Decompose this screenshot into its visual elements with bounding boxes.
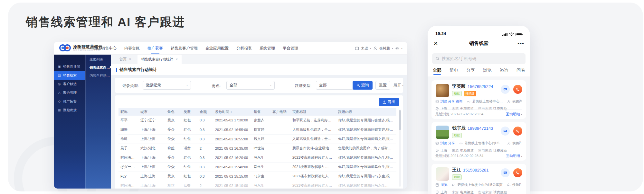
org-name[interactable]: 未进 (361, 46, 368, 51)
table-row: 珊珊上海/上海受众红包0.32021-05-02 16:55:00魏文婷入司高级… (118, 125, 396, 134)
table-cell: 受众 (166, 116, 182, 125)
mobile-tab[interactable]: 分享 (466, 67, 475, 76)
table-cell: 叶世清 (252, 144, 270, 153)
sidebar-item-icon: ▣ (57, 65, 61, 68)
table-cell: 2021-05-02 16:55:00 (213, 125, 252, 134)
lead-name: 王江 (452, 167, 461, 173)
lead-owner: 侯鹏许 (512, 183, 523, 187)
column-header: 销售 (252, 108, 270, 116)
nav-item[interactable]: 系统管理 (260, 46, 275, 51)
search-input[interactable] (442, 56, 522, 61)
filter-label-followup-type: 跟进类型: (295, 83, 311, 89)
call-button[interactable] (513, 127, 522, 136)
sort-icon[interactable]: ▲▼ (230, 111, 232, 113)
lead-phone[interactable]: 15676525224 (468, 84, 493, 89)
nav-item[interactable]: 线上销售中心 (93, 46, 117, 51)
search-box[interactable] (432, 53, 526, 64)
sidebar-item[interactable]: ▦激励发放 (54, 106, 85, 114)
table-scrollbar (399, 110, 401, 187)
submenu-item[interactable]: 销售线索自… (86, 63, 111, 71)
lead-phone[interactable]: 18938472143 (468, 126, 493, 131)
table-cell: 上海/上海 (138, 162, 166, 172)
sidebar-item[interactable]: ▤销售线索 (54, 71, 85, 80)
lead-card[interactable]: 钱宇辰 18938472143 粉丝 浏览 分享 若悦线上售楼中心的H5… 侯鹏… (431, 122, 526, 161)
mobile-tab[interactable]: 问卷 (516, 67, 525, 76)
chevron-down-icon: ▾ (186, 84, 188, 87)
table-cell: 上海/上海 (138, 153, 166, 162)
role-select[interactable]: 全部 ▾ (226, 81, 275, 90)
battery-icon (516, 33, 522, 36)
sidebar-item[interactable]: ▣销售直播间 (54, 62, 85, 71)
table-cell (270, 134, 290, 144)
sidebar-item[interactable]: ◇推广拓客 (54, 97, 85, 106)
submenu-item[interactable]: 内容自行动… (86, 71, 111, 79)
mobile-tab[interactable]: 咨询 (500, 67, 508, 76)
lead-card[interactable]: 王江 15158825281 粉丝 浏览 若悦线上售楼中心的H5分享页 侯鹏许 … (431, 164, 526, 194)
submenu-item[interactable]: 线索列表 (86, 55, 111, 63)
broadcast-icon (459, 142, 463, 145)
nav-item[interactable]: 平台管理 (283, 46, 298, 51)
mobile-tab[interactable]: 浏览 (483, 67, 492, 76)
nav-item[interactable]: 内容台账 (124, 46, 140, 51)
mobile-tab[interactable]: 留电 (450, 67, 458, 76)
tab-close-icon[interactable]: × (129, 57, 131, 61)
table-cell: 0.3 (198, 134, 213, 144)
sidebar-item-icon: ◇ (57, 100, 61, 103)
table-cell: 辽宁/辽宁 (138, 116, 166, 125)
recent-label: 最近浏览 (435, 154, 450, 158)
lead-behaviors: 浏览 分享 咨询 (440, 99, 463, 104)
column-header: 城市 (138, 108, 166, 116)
call-button[interactable] (513, 168, 522, 177)
table-cell: 2021-05-02 16:35:00 (213, 144, 252, 153)
table-body: 平平辽宁/辽宁受众红包0.32021-05-02 17:30:00张慧齐和平双艺… (118, 116, 396, 189)
wifi-icon (509, 32, 514, 36)
scrollbar-thumb[interactable] (399, 110, 401, 130)
chat-button[interactable] (501, 168, 510, 177)
nav-item[interactable]: 分析报表 (236, 46, 252, 51)
close-icon[interactable]: ✕ (433, 41, 438, 46)
table-cell: 红包 (182, 134, 198, 144)
column-header: 昵称 (118, 108, 138, 116)
reset-button[interactable]: 重置 (375, 81, 390, 90)
interaction-detail-link[interactable]: 互动明细 ▾ (506, 154, 522, 158)
gear-icon[interactable] (395, 46, 399, 50)
sidebar-item[interactable]: ◎客户触达 (54, 80, 85, 88)
chat-button[interactable] (501, 85, 510, 94)
table-cell: 2021-05-02 15:40:00 (213, 162, 252, 172)
leads-table: 昵称城市角色类型金额发放时间▲▼销售客户电话页面标题跟进内容 平平辽宁/辽宁受众… (118, 108, 396, 189)
nav-item[interactable]: 企业应用配置 (205, 46, 229, 51)
nav-item[interactable]: 推广获客 (147, 46, 163, 51)
filter-label-role: 角色: (212, 83, 221, 89)
table-cell (270, 116, 290, 125)
chat-button[interactable] (501, 127, 510, 136)
more-icon[interactable]: ••• (517, 40, 524, 47)
tab-close-icon[interactable]: × (176, 57, 178, 61)
query-button[interactable]: 查询 (353, 81, 373, 90)
table-cell: 武汉/湖北 (138, 144, 166, 153)
filter-label-record-type: 记录类型: (122, 83, 139, 89)
filter-panel: 记录类型: 激励记录 ▾ 角色: 全部 ▾ 跟进类型: 全部 ▾ 查询 (115, 78, 403, 93)
page-tab[interactable]: 首页× (116, 55, 135, 64)
lead-card[interactable]: 李英顺 15676525224 粉丝待跟进 浏览 分享 咨询 若悦线上售楼中心…… (431, 80, 526, 119)
sidebar-item[interactable]: △聚合管理 (54, 88, 85, 97)
expand-button[interactable]: 展开 ▾ (393, 81, 403, 90)
lead-phone[interactable]: 15158825281 (463, 168, 489, 172)
table-cell: 受众 (166, 125, 182, 134)
export-icon (383, 100, 386, 104)
call-button[interactable] (513, 85, 522, 94)
record-type-select[interactable]: 激励记录 ▾ (143, 81, 191, 90)
recent-time: 2021-05-02 02:23:34 (450, 154, 483, 158)
export-button[interactable]: 导出 (379, 98, 399, 106)
nav-item[interactable]: 销售及客户管理 (171, 46, 198, 51)
interaction-detail-link[interactable]: 互动明细 ▾ (506, 112, 522, 117)
table-cell: 粉丝 (166, 181, 182, 189)
table-row: げダー船长上海/上海受众红包0.32021-05-02 15:40:00马永生2… (118, 162, 396, 172)
table-cell: 粉丝 (166, 144, 182, 153)
user-name[interactable]: 张树鹏 (379, 46, 390, 51)
mobile-tab[interactable]: 全部 (433, 67, 441, 76)
page-tab[interactable]: 销售线索自行动统计× (137, 55, 182, 64)
user-icon (373, 46, 377, 50)
table-cell: 魏文婷 (252, 134, 270, 144)
title-accent-bar (116, 68, 117, 72)
content-title-row: 销售线索自行动统计 (111, 64, 407, 75)
